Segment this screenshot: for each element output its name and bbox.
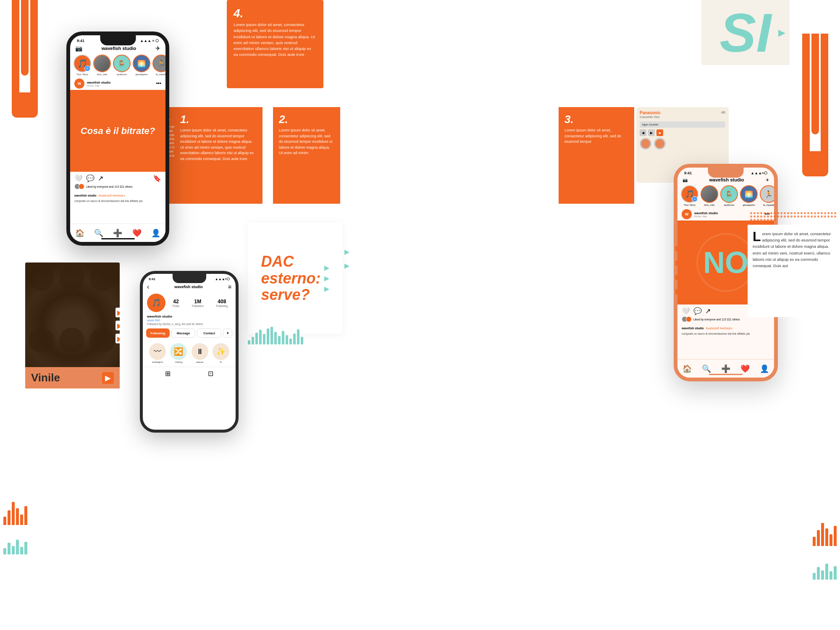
story-4[interactable]: 🏃 la_mpada <box>152 55 165 76</box>
heart-icon-right[interactable]: 🤍 <box>682 307 690 315</box>
analogico-btn[interactable]: 〰 analogico <box>149 343 166 363</box>
comment-icon-right[interactable]: 💬 <box>693 307 702 315</box>
block2-number: 2. <box>279 113 288 126</box>
phone-profile[interactable]: 9:41 ▲▲▲≈⬡ ‹ wavefish studio ≡ 🎵 42 Post… <box>140 271 239 433</box>
deco-fork-right-handle <box>802 151 828 176</box>
nav-heart-icon[interactable]: ❤️ <box>132 228 142 238</box>
following-button[interactable]: Following <box>146 328 170 338</box>
story-right-2[interactable]: 🪑 qualcuno <box>720 185 738 206</box>
deco-bars-left <box>3 502 27 525</box>
profile-avatar: 🎵 <box>147 294 165 312</box>
story-right-1[interactable]: tizio_caio <box>701 185 718 206</box>
si-text: SI <box>720 5 772 60</box>
vinile-arrow[interactable]: ▶ <box>102 372 114 384</box>
profile-header: ‹ wavefish studio ≡ <box>143 282 236 292</box>
deco-fork-left <box>12 0 19 101</box>
deco-fork-right-1 <box>821 34 828 160</box>
teal-arrows-dac: ▶ ▶ <box>344 248 349 270</box>
si-block: SI ▶ <box>701 0 790 65</box>
no-text-phone: NO <box>703 245 748 280</box>
nav-search-icon[interactable]: 🔍 <box>94 228 103 238</box>
nav-add-right[interactable]: ➕ <box>721 364 730 373</box>
story-right-3[interactable]: 🌅 giuseppino <box>740 185 758 206</box>
post-location-left: Rome, Italy <box>87 84 110 87</box>
deco-fork-right-2 <box>811 34 819 134</box>
right-text-body: orem ipsum dolor sit amet, consectetur a… <box>753 231 831 268</box>
story-1[interactable]: tizio_caio <box>93 55 111 76</box>
nav-profile-right[interactable]: 👤 <box>760 364 769 373</box>
nav-add-icon[interactable]: ➕ <box>113 228 122 238</box>
deco-bars-right-teal <box>813 564 837 580</box>
story-right-4[interactable]: 🏃 la_mpada <box>760 185 774 206</box>
post-header-left: W wavefish studio Rome, Italy ••• <box>70 77 165 90</box>
contact-button[interactable]: Contact <box>197 328 221 338</box>
fx-btn[interactable]: ✨ fx <box>213 343 229 363</box>
sound-bars-center <box>248 326 303 344</box>
dac-arrow-2: ▶ <box>324 274 329 282</box>
audio-model: Cassette Dec <box>640 115 725 119</box>
save-icon[interactable]: 🔖 <box>153 174 161 182</box>
share-icon[interactable]: ↗ <box>98 174 103 182</box>
deco-fork-right-3 <box>802 34 810 160</box>
nav-heart-right[interactable]: ❤️ <box>740 364 750 373</box>
profile-icon-buttons: 〰 analogico 🔀 mixing ⏸ pausa ✨ fx <box>143 340 236 367</box>
block4-text: Lorem ipsum dolor sit amet, consectetur … <box>234 22 317 58</box>
caption-tag: #audiostuff #wethepro <box>98 194 125 197</box>
dropdown-button[interactable]: ▾ <box>223 328 232 338</box>
profile-grid-nav: ⊞ ⊡ <box>143 367 236 380</box>
stories-row-left: 🎵 + Your Story tizio_caio 🪑 qualcuno 🌅 g… <box>70 53 165 77</box>
nav-home-icon[interactable]: 🏠 <box>75 228 84 238</box>
likes-text-right: Liked by everyone and 115 321 others <box>693 318 740 321</box>
phone-notch <box>100 35 136 45</box>
stat-followers[interactable]: 1M Followers <box>192 299 204 307</box>
profile-bio-link[interactable]: wave.fish <box>147 318 231 322</box>
block2-text: Lorem ipsum dolor sit amet, consectetur … <box>279 128 334 156</box>
deco-fork-handle <box>12 92 38 118</box>
nav-profile-icon[interactable]: 👤 <box>151 228 160 238</box>
dac-block: DAC esterno: serve? ▶ ▶ ▶ <box>248 223 342 334</box>
caption-username: wavefish studio <box>74 194 97 197</box>
right-text-block: L orem ipsum dolor sit amet, consectetur… <box>748 225 840 317</box>
stat-following[interactable]: 408 Following <box>216 299 228 307</box>
post-actions-left: 🤍 💬 ↗ 🔖 <box>70 172 165 183</box>
story-3[interactable]: 🌅 giuseppino <box>133 55 150 76</box>
block1-text: Lorem ipsum dolor sit amet, consectetur … <box>180 128 257 162</box>
phone-profile-notch <box>173 274 206 283</box>
post-image-left: Cosa è il bitrate? <box>70 90 165 172</box>
block4-number: 4. <box>234 7 243 20</box>
deco-fork-left-3 <box>30 0 38 101</box>
profile-action-buttons: Following Message Contact ▾ <box>143 326 236 340</box>
pausa-btn[interactable]: ⏸ pausa <box>192 343 208 363</box>
story-your[interactable]: 🎵 + Your Story <box>74 55 91 76</box>
content-block-2: 2. Lorem ipsum dolor sit amet, consectet… <box>273 107 340 204</box>
nav-search-right[interactable]: 🔍 <box>702 364 711 373</box>
back-arrow[interactable]: ‹ <box>147 283 149 291</box>
vinile-title: Vinile <box>31 371 60 384</box>
profile-followed-by: Followed by michel_n, serg, dre and 91 o… <box>147 323 231 326</box>
grid-icon[interactable]: ⊞ <box>165 370 171 378</box>
profile-menu-icon[interactable]: ≡ <box>228 284 231 290</box>
comment-icon[interactable]: 💬 <box>86 174 94 182</box>
dac-title: DAC esterno: serve? <box>261 253 320 303</box>
message-button[interactable]: Message <box>171 328 196 338</box>
deco-fork-left-2 <box>21 0 29 76</box>
likes-text-left: Liked by everyone and 115 321 others <box>86 185 133 188</box>
phone-large-left[interactable]: 9:41 ▲▲▲ ≈ ⬡ 📷 wavefish studio ✈ 🎵 + You… <box>66 32 169 246</box>
mixing-btn[interactable]: 🔀 mixing <box>170 343 187 363</box>
tag-icon[interactable]: ⊡ <box>208 370 213 378</box>
caption-text-left: comprate un sacco di strumentazione dal … <box>70 199 165 203</box>
vinile-nav-arrows: ▶ ▶ ▶ <box>116 308 120 344</box>
post-username-right: wavefish studio <box>694 211 718 215</box>
nav-home-right[interactable]: 🏠 <box>682 364 692 373</box>
share-icon-right[interactable]: ↗ <box>705 307 711 315</box>
block3-text: Lorem ipsum dolor sit amet, consectetur … <box>564 128 628 145</box>
story-2[interactable]: 🪑 qualcuno <box>113 55 131 76</box>
profile-bio-name: wavefish studio <box>147 315 231 318</box>
content-block-4: 4. Lorem ipsum dolor sit amet, consectet… <box>227 0 323 88</box>
orange-arrows-right: ▶ ▶ ▶ ▶ <box>675 244 681 296</box>
big-L: L <box>753 231 761 243</box>
post-username-left: wavefish studio <box>87 81 110 84</box>
story-right-0[interactable]: 🎵 + Your Story <box>681 185 698 206</box>
profile-username-header: wavefish studio <box>174 285 203 289</box>
heart-icon[interactable]: 🤍 <box>74 174 83 182</box>
